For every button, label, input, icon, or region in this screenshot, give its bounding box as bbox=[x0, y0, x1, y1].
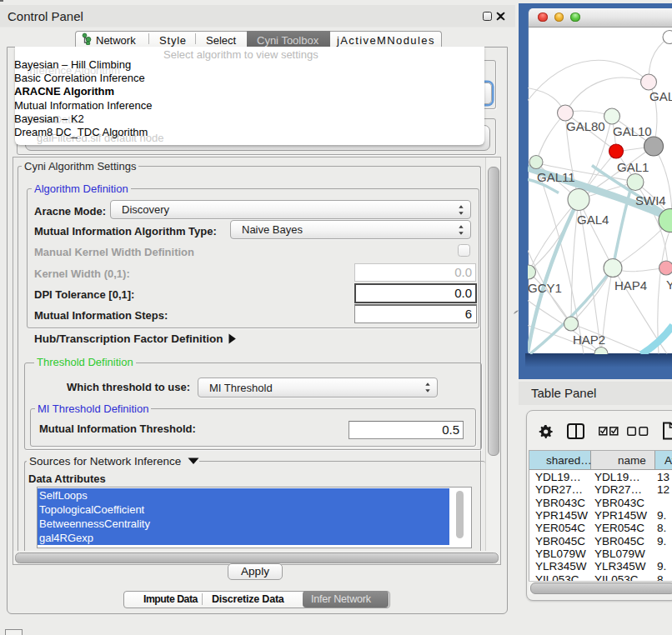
svg-text:SWI4: SWI4 bbox=[635, 192, 666, 207]
svg-text:GAL10: GAL10 bbox=[613, 123, 652, 138]
svg-text:GAL11: GAL11 bbox=[537, 169, 575, 183]
svg-text:GAL8: GAL8 bbox=[649, 88, 672, 102]
svg-text:Y: Y bbox=[666, 277, 672, 291]
svg-text:HAP2: HAP2 bbox=[573, 332, 605, 346]
svg-text:HAP4: HAP4 bbox=[614, 278, 647, 292]
svg-text:GAL1: GAL1 bbox=[617, 159, 649, 173]
svg-text:GAL4: GAL4 bbox=[577, 212, 609, 226]
svg-text:GCY1: GCY1 bbox=[528, 280, 562, 294]
svg-text:GAL80: GAL80 bbox=[566, 118, 605, 132]
